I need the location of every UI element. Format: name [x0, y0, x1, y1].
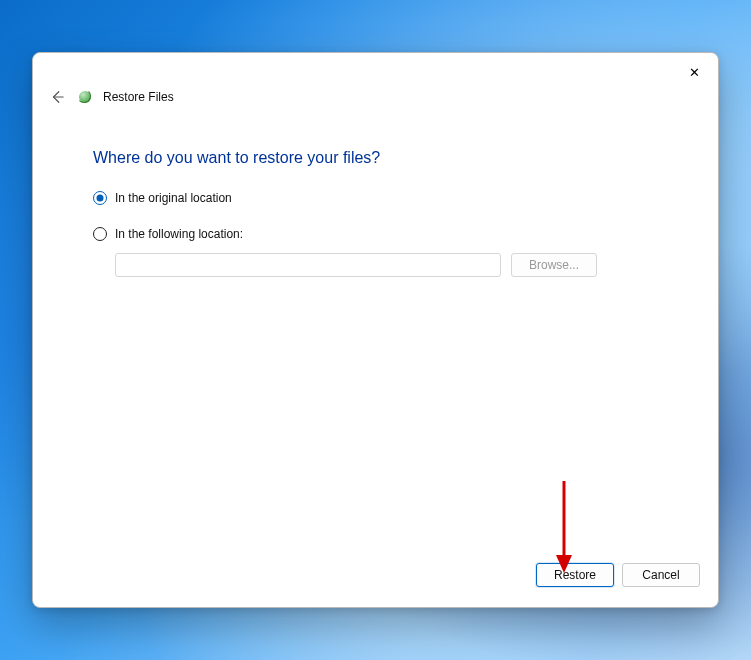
cancel-button[interactable]: Cancel [622, 563, 700, 587]
close-button[interactable]: ✕ [672, 57, 716, 87]
radio-custom-location[interactable]: In the following location: [93, 227, 243, 241]
restore-button[interactable]: Restore [536, 563, 614, 587]
dialog-title: Restore Files [103, 90, 174, 104]
location-path-input[interactable] [115, 253, 501, 277]
dialog-footer: Restore Cancel [33, 557, 718, 607]
back-button[interactable] [47, 87, 67, 107]
restore-files-icon [77, 89, 93, 105]
radio-custom-label: In the following location: [115, 227, 243, 241]
radio-icon [93, 191, 107, 205]
browse-button[interactable]: Browse... [511, 253, 597, 277]
desktop-wallpaper: ✕ Restore Files Where do you want to res… [0, 0, 751, 660]
dialog-header: Restore Files [33, 87, 718, 113]
radio-original-location[interactable]: In the original location [93, 191, 232, 205]
dialog-content: Where do you want to restore your files?… [33, 113, 718, 557]
close-icon: ✕ [689, 66, 700, 79]
custom-location-row: Browse... [115, 253, 658, 277]
radio-icon [93, 227, 107, 241]
content-heading: Where do you want to restore your files? [93, 149, 658, 167]
titlebar: ✕ [33, 53, 718, 87]
arrow-left-icon [50, 90, 64, 104]
restore-files-dialog: ✕ Restore Files Where do you want to res… [32, 52, 719, 608]
radio-original-label: In the original location [115, 191, 232, 205]
